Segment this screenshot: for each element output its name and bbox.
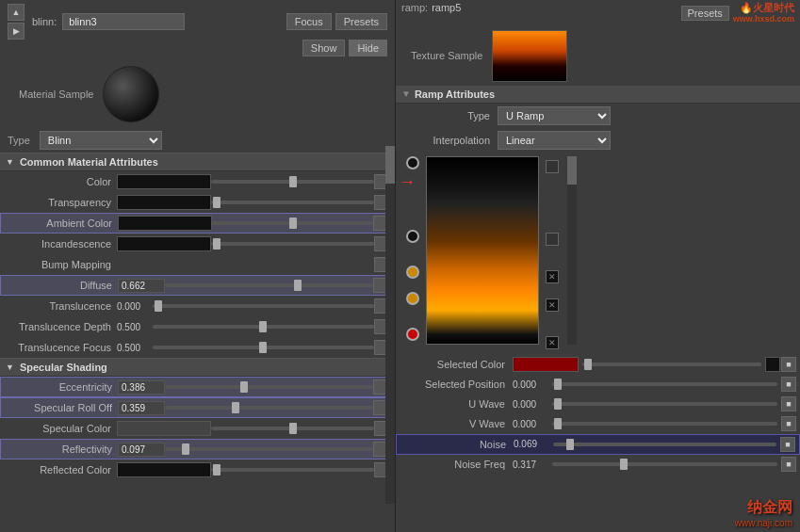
type-select[interactable]: Blinn [40, 131, 162, 150]
specular-color-swatch[interactable] [117, 421, 211, 436]
translucence-depth-track[interactable] [153, 325, 374, 329]
transparency-swatch[interactable] [117, 195, 211, 210]
eccentricity-track[interactable] [165, 385, 373, 389]
specular-rolloff-thumb[interactable] [232, 402, 239, 413]
incandescence-thumb[interactable] [213, 238, 220, 250]
focus-button[interactable]: Focus [286, 13, 332, 30]
ramp-stop-4[interactable] [406, 292, 419, 305]
specular-color-thumb[interactable] [289, 423, 297, 434]
translucence-focus-row: Translucence Focus 0.500 [0, 337, 395, 358]
eccentricity-thumb[interactable] [240, 381, 248, 393]
ramp-value: ramp5 [432, 2, 461, 13]
selected-color-track[interactable] [582, 363, 761, 366]
ramp-ctrl-3[interactable]: ✕ [546, 270, 559, 283]
blinn-input[interactable] [62, 13, 185, 30]
ramp-ctrl-4[interactable]: ✕ [546, 298, 559, 312]
transparency-track[interactable] [211, 201, 374, 204]
selected-position-track[interactable] [552, 382, 777, 386]
ramp-scrollbar[interactable] [567, 156, 577, 345]
left-scroll-thumb[interactable] [385, 146, 395, 184]
ramp-stop-2[interactable] [406, 230, 419, 243]
u-wave-map[interactable]: ■ [781, 396, 796, 411]
v-wave-thumb[interactable] [554, 418, 562, 429]
specular-rolloff-track[interactable] [165, 406, 373, 410]
reflected-color-thumb[interactable] [213, 464, 220, 476]
noise-freq-map[interactable]: ■ [781, 457, 796, 472]
selected-color-thumb[interactable] [584, 359, 592, 370]
nav-up-arrow[interactable]: ▲ [8, 4, 24, 21]
noise-row: Noise 0.069 ■ [396, 434, 800, 455]
selected-position-thumb[interactable] [554, 379, 562, 390]
ramp-stop-3[interactable] [406, 266, 419, 279]
ambient-color-swatch[interactable] [118, 216, 212, 231]
v-wave-track[interactable] [552, 422, 777, 426]
reflected-color-track[interactable] [211, 468, 374, 472]
reflectivity-input[interactable] [118, 443, 165, 457]
ramp-scroll-thumb[interactable] [567, 156, 577, 185]
reflectivity-slider [165, 447, 373, 451]
noise-freq-value: 0.317 [513, 459, 548, 470]
specular-shading-section[interactable]: ▼ Specular Shading [0, 358, 395, 377]
ramp-attributes-header[interactable]: ▼ Ramp Attributes [396, 86, 800, 104]
selected-position-map[interactable]: ■ [781, 377, 796, 392]
ambient-track[interactable] [212, 221, 373, 225]
left-scrollbar[interactable] [385, 146, 395, 504]
ramp-type-select[interactable]: U Ramp [498, 106, 611, 125]
ramp-gradient-display[interactable] [426, 156, 539, 345]
translucence-focus-thumb[interactable] [259, 342, 267, 353]
noise-thumb[interactable] [566, 439, 574, 450]
noise-map[interactable]: ■ [780, 437, 795, 452]
ramp-stop-1[interactable] [406, 156, 419, 169]
specular-section-title: Specular Shading [20, 362, 107, 373]
ambient-thumb[interactable] [289, 218, 297, 229]
reflectivity-track[interactable] [165, 447, 373, 451]
common-material-section[interactable]: ▼ Common Material Attributes [0, 153, 395, 171]
ramp-stop-5[interactable] [406, 328, 419, 341]
diffuse-track[interactable] [165, 283, 373, 287]
specular-color-slider [211, 427, 374, 430]
u-wave-thumb[interactable] [554, 398, 562, 410]
right-panel: ramp: ramp5 Presets 🔥火星时代 www.hxsd.com T… [396, 0, 800, 532]
ramp-interpolation-select[interactable]: Linear [498, 131, 611, 150]
selected-color-map2[interactable]: ■ [781, 357, 796, 372]
ramp-label: ramp: [401, 2, 428, 13]
ramp-editor: ✕ ✕ ✕ [396, 153, 800, 355]
show-button[interactable]: Show [302, 40, 346, 56]
incandescence-swatch[interactable] [117, 236, 211, 251]
u-wave-track[interactable] [552, 402, 777, 406]
nav-right-arrow[interactable]: ▶ [8, 23, 24, 40]
reflected-color-swatch[interactable] [117, 462, 211, 477]
ramp-ctrl-1[interactable] [546, 160, 559, 173]
noise-freq-thumb[interactable] [620, 459, 628, 470]
specular-color-label: Specular Color [4, 423, 117, 434]
ramp-ctrl-2[interactable] [546, 233, 559, 246]
eccentricity-input[interactable] [118, 380, 165, 395]
translucence-thumb[interactable] [155, 300, 162, 312]
diffuse-thumb[interactable] [294, 280, 302, 291]
incandescence-track[interactable] [211, 242, 374, 246]
diffuse-input[interactable] [118, 279, 165, 293]
color-slider-track[interactable] [211, 180, 374, 184]
translucence-depth-slider [153, 325, 374, 329]
ramp-section-arrow: ▼ [401, 89, 411, 99]
specular-rolloff-input[interactable] [118, 401, 165, 415]
noise-track[interactable] [553, 443, 776, 446]
selected-color-swatch[interactable] [513, 357, 579, 372]
noise-freq-track[interactable] [552, 462, 777, 466]
translucence-depth-thumb[interactable] [259, 321, 267, 332]
reflectivity-thumb[interactable] [182, 443, 189, 455]
presets-label[interactable]: Presets [681, 6, 729, 21]
transparency-label: Transparency [4, 197, 117, 208]
specular-color-track[interactable] [211, 427, 374, 430]
ramp-ctrl-5[interactable]: ✕ [546, 336, 559, 349]
transparency-thumb[interactable] [213, 197, 220, 208]
color-slider-thumb[interactable] [289, 176, 297, 187]
translucence-depth-value: 0.500 [117, 322, 153, 332]
translucence-focus-track[interactable] [153, 346, 374, 349]
hide-button[interactable]: Hide [349, 40, 387, 56]
translucence-track[interactable] [153, 304, 374, 308]
selected-color-map1[interactable] [765, 357, 780, 372]
presets-button[interactable]: Presets [335, 13, 387, 30]
color-swatch[interactable] [117, 174, 211, 189]
v-wave-map[interactable]: ■ [781, 416, 796, 431]
